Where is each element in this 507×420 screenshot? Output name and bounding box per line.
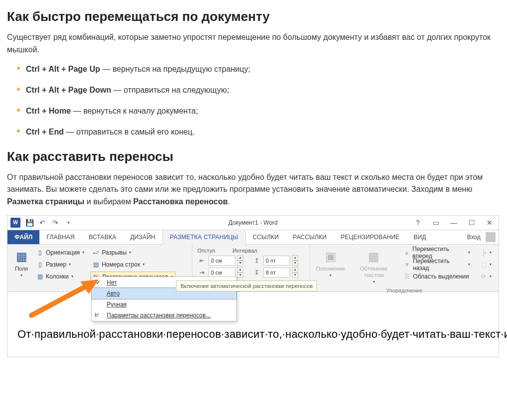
tab-page-layout[interactable]: РАЗМЕТКА СТРАНИЦЫ [163, 230, 246, 245]
indent-left-icon: ⇤ [197, 257, 206, 264]
spinner[interactable]: ▲▼ [292, 255, 298, 266]
orientation-icon: ▯ [36, 249, 43, 256]
list-item: Ctrl + Alt + Page Up — вернуться на пред… [17, 63, 500, 75]
word-window: W 💾 ↶ ↷ ▾ Документ1 - Word ? ▭ — ☐ ✕ ФАЙ… [7, 215, 499, 357]
label: Область выделения [413, 273, 469, 280]
document-area[interactable]: От·правильной·расстановки·переносов·зави… [7, 292, 499, 357]
hyphenation-options[interactable]: bᶜПараметры расстановки переносов... [92, 310, 236, 321]
indent-right-icon: ⇥ [197, 269, 206, 276]
spacing-after-input[interactable]: 8 пт [263, 268, 290, 278]
ribbon-options-icon[interactable]: ▭ [427, 216, 445, 230]
intro-text: и выбираем [84, 197, 133, 206]
breaks-button[interactable]: ⮐Разрывы▾ [90, 248, 175, 258]
size-button[interactable]: ▯Размер▾ [34, 260, 86, 270]
columns-button[interactable]: ▥Колонки▾ [34, 272, 86, 281]
spacing-after-icon: ↧ [252, 269, 261, 276]
section-heading-navigate: Как быстро перемещаться по документу [7, 9, 500, 24]
align-icon: ╞ [480, 249, 487, 256]
group-icon: ⬚ [480, 261, 487, 268]
position-button[interactable]: ▣Положение▾ [315, 248, 346, 285]
document-text: От·правильной·расстановки·переносов·зави… [17, 327, 489, 342]
rotate-button[interactable]: ⟳▾ [478, 272, 494, 281]
tab-insert[interactable]: ВСТАВКА [82, 230, 123, 244]
group-button[interactable]: ⬚▾ [478, 260, 494, 270]
label: Поля [15, 266, 28, 272]
section-intro-navigate: Существует ряд комбинаций, которые замет… [7, 31, 500, 56]
close-icon[interactable]: ✕ [481, 216, 499, 230]
kbd: Ctrl + Alt + Page Up [26, 65, 100, 73]
margins-icon: ▦ [13, 249, 29, 265]
titlebar: W 💾 ↶ ↷ ▾ Документ1 - Word ? ▭ — ☐ ✕ [7, 216, 499, 230]
undo-icon[interactable]: ↶ [38, 219, 46, 227]
orientation-button[interactable]: ▯Ориентация▾ [34, 248, 86, 258]
intro-bold: Разметка страницы [7, 197, 84, 206]
send-backward-button[interactable]: ▼Переместить назад▾ [402, 260, 472, 270]
label: Ориентация [46, 249, 80, 256]
label: Номера строк [102, 261, 140, 268]
align-button[interactable]: ╞▾ [478, 248, 494, 258]
indent-left-input[interactable]: 0 см [208, 256, 235, 266]
bring-forward-button[interactable]: ▲Переместить вперед▾ [402, 248, 472, 258]
tab-mailings[interactable]: РАССЫЛКИ [286, 230, 334, 244]
label: Нет [107, 279, 117, 286]
label: Разрывы [102, 249, 127, 256]
line-numbers-icon: ▤ [92, 261, 99, 268]
kbd-desc: — вернуться к началу документа; [71, 107, 198, 115]
label: Колонки [46, 273, 69, 280]
spacing-before-input[interactable]: 0 пт [263, 256, 290, 266]
bring-forward-icon: ▲ [404, 249, 410, 256]
wrap-text-button[interactable]: ▦Обтекание текстом▾ [350, 248, 397, 285]
avatar-icon[interactable] [486, 232, 496, 242]
list-item: Ctrl + Home — вернуться к началу докумен… [17, 105, 500, 117]
shortcut-list: Ctrl + Alt + Page Up — вернуться на пред… [17, 63, 500, 138]
indent-right-input[interactable]: 0 см [208, 268, 235, 278]
minimize-icon[interactable]: — [445, 216, 463, 230]
tab-file[interactable]: ФАЙЛ [7, 230, 39, 244]
tab-design[interactable]: ДИЗАЙН [123, 230, 163, 244]
margins-button[interactable]: ▦ Поля ▾ [12, 248, 30, 282]
selection-pane-button[interactable]: ☰Область выделения [402, 272, 472, 281]
list-item: Ctrl + Alt + Page Down — отправиться на … [17, 84, 500, 96]
label: Ручная [107, 301, 127, 308]
rotate-icon: ⟳ [480, 273, 487, 280]
label: Переместить назад [413, 258, 466, 272]
sign-in-link[interactable]: Вход [467, 234, 481, 241]
intro-text: . [228, 197, 230, 206]
hyphenation-options-icon: bᶜ [95, 312, 100, 318]
label: Обтекание текстом [351, 266, 396, 279]
word-logo-icon: W [10, 218, 20, 228]
spinner[interactable]: ▲▼ [292, 267, 298, 278]
position-icon: ▣ [323, 249, 338, 265]
columns-icon: ▥ [36, 273, 43, 280]
kbd: Ctrl + End [26, 128, 64, 136]
tab-view[interactable]: ВИД [407, 230, 433, 244]
tab-home[interactable]: ГЛАВНАЯ [39, 230, 81, 244]
spinner[interactable]: ▲▼ [237, 255, 243, 266]
label: Параметры расстановки переносов... [107, 312, 211, 319]
kbd: Ctrl + Alt + Page Down [26, 86, 111, 94]
intro-text: От правильной расстановки переносов зави… [7, 173, 483, 194]
help-icon[interactable]: ? [409, 216, 427, 230]
list-item: Ctrl + End — отправиться в самый его кон… [17, 126, 500, 138]
selection-pane-icon: ☰ [404, 273, 411, 280]
size-icon: ▯ [36, 261, 43, 268]
spacing-heading: Интервал [233, 248, 257, 254]
tab-references[interactable]: ССЫЛКИ [246, 230, 286, 244]
wrap-text-icon: ▦ [366, 249, 382, 265]
section-heading-hyphenation: Как расставить переносы [7, 149, 500, 164]
redo-icon[interactable]: ↷ [51, 219, 59, 227]
hyphenation-tooltip: Включение автоматической расстановки пер… [176, 280, 317, 291]
save-icon[interactable]: 💾 [25, 219, 33, 227]
line-numbers-button[interactable]: ▤Номера строк▾ [90, 260, 175, 270]
check-icon: ✓ [96, 279, 101, 286]
label: Размер [46, 261, 66, 268]
section-intro-hyphenation: От правильной расстановки переносов зави… [7, 171, 500, 208]
group-label-arrange: Упорядочение [315, 285, 494, 293]
label: Авто [107, 290, 120, 297]
kbd-desc: — отправиться на следующую; [111, 86, 229, 94]
maximize-icon[interactable]: ☐ [463, 216, 481, 230]
tab-review[interactable]: РЕЦЕНЗИРОВАНИЕ [334, 230, 406, 244]
spinner[interactable]: ▲▼ [237, 267, 243, 278]
qat-customize-icon[interactable]: ▾ [64, 219, 72, 227]
hyphenation-manual[interactable]: Ручная [92, 299, 236, 310]
